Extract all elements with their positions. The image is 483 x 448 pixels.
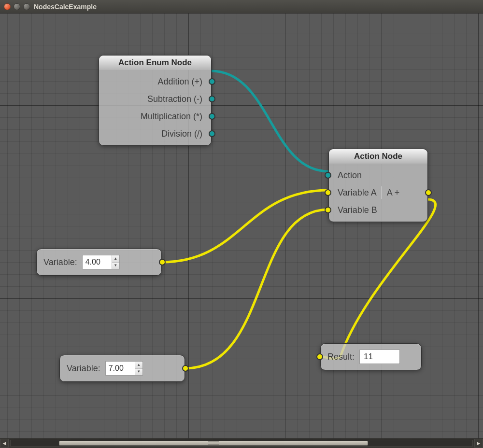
- titlebar: NodesCalcExample: [0, 0, 483, 14]
- window-title: NodesCalcExample: [34, 3, 97, 11]
- output-port-division[interactable]: [209, 130, 215, 137]
- variable-a-spinbox[interactable]: 4.00 ▲ ▼: [82, 255, 120, 269]
- input-row-var-a[interactable]: Variable A A +: [329, 184, 427, 201]
- enum-label: Multiplication (*): [141, 112, 202, 122]
- input-port-var-a[interactable]: [325, 189, 331, 196]
- close-icon[interactable]: [4, 3, 11, 10]
- output-port-variable-b[interactable]: [182, 365, 189, 372]
- input-label: Variable A: [338, 188, 377, 198]
- node-title: Action Node: [354, 152, 402, 161]
- input-row-action[interactable]: Action: [329, 167, 427, 184]
- expression-label: A +: [387, 188, 400, 198]
- scroll-thumb[interactable]: [59, 441, 368, 446]
- output-port-variable-a[interactable]: [159, 259, 166, 266]
- minimize-icon[interactable]: [14, 3, 20, 10]
- enum-row-addition[interactable]: Addition (+): [99, 73, 211, 90]
- input-label: Variable B: [338, 205, 377, 215]
- scroll-grip-icon: [208, 441, 219, 445]
- enum-label: Subtraction (-): [147, 94, 202, 104]
- window-controls: [4, 3, 30, 10]
- enum-row-division[interactable]: Division (/): [99, 125, 211, 142]
- enum-row-subtraction[interactable]: Subtraction (-): [99, 90, 211, 108]
- spinbox-up-icon[interactable]: ▲: [112, 255, 119, 263]
- node-variable-b[interactable]: Variable: 7.00 ▲ ▼: [59, 355, 185, 382]
- input-port-result[interactable]: [316, 353, 323, 360]
- spinbox-up-icon[interactable]: ▲: [135, 362, 142, 369]
- node-action[interactable]: Action Node Action Variable A A + Variab…: [328, 149, 428, 222]
- node-variable-a[interactable]: Variable: 4.00 ▲ ▼: [36, 249, 162, 276]
- spinbox-down-icon[interactable]: ▼: [135, 369, 142, 376]
- spinbox-value[interactable]: 4.00: [83, 255, 112, 269]
- node-action-enum[interactable]: Action Enum Node Addition (+) Subtractio…: [99, 55, 212, 146]
- horizontal-scrollbar[interactable]: ◄ ►: [0, 438, 483, 448]
- node-header[interactable]: Action Enum Node: [99, 56, 211, 70]
- output-port-addition[interactable]: [209, 78, 215, 85]
- maximize-icon[interactable]: [23, 3, 30, 10]
- scroll-right-icon[interactable]: ►: [474, 439, 483, 448]
- result-value: 11: [359, 350, 400, 364]
- node-header[interactable]: Action Node: [329, 149, 427, 164]
- separator: [382, 186, 382, 198]
- input-port-var-b[interactable]: [325, 207, 331, 213]
- input-port-action[interactable]: [325, 172, 331, 179]
- input-row-var-b[interactable]: Variable B: [329, 201, 427, 219]
- output-port-subtraction[interactable]: [209, 96, 215, 102]
- scroll-left-icon[interactable]: ◄: [0, 439, 9, 448]
- variable-label: Variable:: [67, 364, 100, 374]
- result-label: Result:: [327, 352, 355, 362]
- enum-label: Addition (+): [157, 77, 202, 87]
- scroll-track[interactable]: [10, 440, 473, 447]
- spinbox-value[interactable]: 7.00: [106, 362, 135, 375]
- spinbox-down-icon[interactable]: ▼: [112, 263, 119, 269]
- output-port-result[interactable]: [425, 189, 432, 196]
- node-graph-canvas[interactable]: Action Enum Node Addition (+) Subtractio…: [0, 14, 483, 438]
- node-result[interactable]: Result: 11: [320, 343, 422, 370]
- input-label: Action: [338, 170, 362, 181]
- variable-label: Variable:: [43, 257, 77, 267]
- node-title: Action Enum Node: [118, 58, 192, 68]
- enum-label: Division (/): [161, 129, 202, 139]
- enum-row-multiplication[interactable]: Multiplication (*): [99, 108, 211, 125]
- variable-b-spinbox[interactable]: 7.00 ▲ ▼: [105, 361, 143, 376]
- output-port-multiplication[interactable]: [209, 113, 215, 120]
